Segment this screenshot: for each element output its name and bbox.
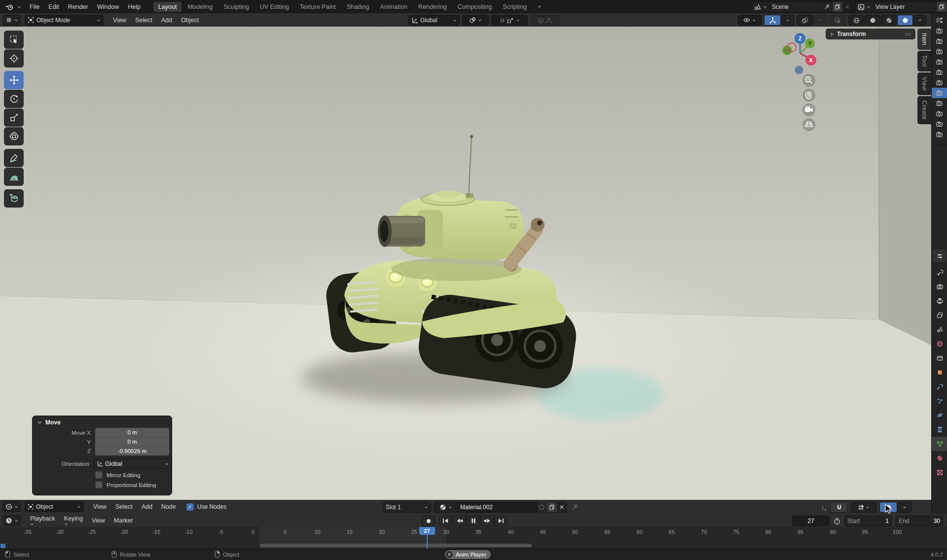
- tool-scale[interactable]: [4, 108, 24, 127]
- new-material-button[interactable]: [547, 502, 557, 513]
- properties-editor-icon[interactable]: [933, 249, 947, 262]
- workspace-tab-layout[interactable]: Layout: [153, 2, 182, 12]
- workspace-tab-texture-paint[interactable]: Texture Paint: [295, 2, 341, 12]
- overlays-dropdown[interactable]: [814, 15, 827, 26]
- playhead-badge[interactable]: 27: [419, 527, 435, 535]
- zoom-button[interactable]: [802, 74, 815, 87]
- properties-tab-collection[interactable]: [932, 351, 947, 365]
- checkbox-unchecked-icon[interactable]: [95, 471, 103, 479]
- move-orientation-dropdown[interactable]: Global: [94, 458, 172, 469]
- pan-button[interactable]: [802, 89, 815, 102]
- outliner-camera-toggle[interactable]: [932, 129, 947, 140]
- frame-end-field[interactable]: End 30: [896, 516, 943, 526]
- editor-type-button[interactable]: [3, 15, 21, 26]
- scene-unlink-button[interactable]: ✕: [843, 1, 852, 12]
- current-frame-field[interactable]: 27: [792, 516, 830, 526]
- transform-panel-header[interactable]: Transform: [826, 29, 915, 39]
- shader-type-dropdown[interactable]: Object: [25, 501, 84, 512]
- outliner-camera-toggle[interactable]: [932, 26, 947, 36]
- topbar-menu-file[interactable]: File: [25, 3, 44, 10]
- anim-player-badge[interactable]: ✕ Anim Player: [445, 550, 491, 559]
- properties-tab-texture[interactable]: [932, 465, 947, 480]
- workspace-tab-uv-editing[interactable]: UV Editing: [255, 2, 294, 12]
- topbar-menu-help[interactable]: Help: [123, 3, 145, 10]
- properties-tab-world[interactable]: [932, 337, 947, 351]
- properties-tab-output[interactable]: [932, 294, 947, 308]
- move-value-field[interactable]: -0.90026 m: [95, 447, 169, 455]
- shader-menu-add[interactable]: Add: [137, 503, 157, 510]
- outliner-camera-toggle[interactable]: [932, 108, 947, 119]
- view-layer-name-field[interactable]: View Layer: [873, 1, 937, 12]
- timeline-menu-playback[interactable]: Playback: [26, 515, 60, 526]
- tool-add-cube[interactable]: [4, 189, 24, 208]
- sidebar-tab-view[interactable]: View: [917, 72, 931, 95]
- view-layer-browse-button[interactable]: [855, 1, 873, 12]
- timeline-menu-keying[interactable]: Keying: [60, 515, 87, 526]
- viewport-3d[interactable]: Z Y X Transform ItemToolViewCreate: [0, 27, 931, 500]
- sidebar-tab-tool[interactable]: Tool: [917, 51, 931, 71]
- tool-rotate[interactable]: [4, 90, 24, 108]
- stopwatch-icon[interactable]: [834, 518, 840, 525]
- show-overlays-toggle[interactable]: [797, 15, 813, 26]
- scene-name-field[interactable]: Scene: [769, 1, 822, 12]
- use-nodes-toggle[interactable]: ✓ Use Nodes: [186, 503, 226, 511]
- outliner-camera-toggle[interactable]: [932, 36, 947, 46]
- add-workspace-button[interactable]: +: [533, 2, 546, 12]
- shader-menu-view[interactable]: View: [89, 503, 111, 510]
- outliner-camera-toggle[interactable]: [932, 88, 947, 98]
- blender-logo-icon[interactable]: [5, 3, 14, 11]
- scene-pin-button[interactable]: [822, 1, 833, 12]
- tool-transform[interactable]: [4, 127, 24, 145]
- shading-rendered-button[interactable]: [897, 15, 913, 26]
- workspace-tab-scripting[interactable]: Scripting: [498, 2, 532, 12]
- shading-dropdown[interactable]: [913, 15, 926, 26]
- topbar-menu-window[interactable]: Window: [93, 3, 123, 10]
- workspace-tab-animation[interactable]: Animation: [375, 2, 413, 12]
- pause-button[interactable]: [467, 516, 480, 526]
- move-value-field[interactable]: 0 m: [95, 428, 169, 437]
- jump-to-start-button[interactable]: [439, 516, 452, 526]
- slot-dropdown[interactable]: Slot 1: [383, 502, 431, 513]
- scene-browse-button[interactable]: [752, 1, 769, 12]
- timeline-menu-marker[interactable]: Marker: [109, 517, 138, 524]
- move-panel-header[interactable]: Move: [33, 416, 172, 428]
- properties-tab-modifiers[interactable]: [932, 380, 947, 394]
- material-name-field[interactable]: Material.002: [458, 502, 537, 513]
- workspace-tab-shading[interactable]: Shading: [342, 2, 374, 12]
- orientation-dropdown[interactable]: Global: [408, 15, 460, 26]
- outliner-camera-toggle[interactable]: [932, 46, 947, 57]
- outliner-camera-toggle[interactable]: [932, 67, 947, 77]
- properties-tab-material[interactable]: [932, 451, 947, 465]
- shading-material-button[interactable]: [881, 15, 897, 26]
- material-browse-button[interactable]: [434, 502, 458, 513]
- viewport-menu-object[interactable]: Object: [177, 17, 203, 24]
- viewport-menu-add[interactable]: Add: [157, 17, 177, 24]
- viewport-menu-view[interactable]: View: [109, 17, 131, 24]
- outliner-camera-toggle[interactable]: [932, 77, 947, 88]
- properties-tab-data[interactable]: [932, 437, 947, 451]
- camera-view-button[interactable]: [802, 104, 815, 116]
- shading-solid-button[interactable]: [865, 15, 880, 26]
- gizmo-dropdown[interactable]: [781, 15, 794, 26]
- sidebar-tab-create[interactable]: Create: [917, 96, 931, 124]
- timeline-scrollbar[interactable]: [260, 544, 532, 547]
- tool-select-box[interactable]: [4, 31, 24, 49]
- frame-start-field[interactable]: Start 1: [844, 516, 892, 526]
- tool-annotate[interactable]: [4, 149, 24, 167]
- next-keyframe-button[interactable]: [480, 516, 494, 526]
- previous-keyframe-button[interactable]: [453, 516, 466, 526]
- parent-icon[interactable]: [821, 504, 827, 511]
- jump-to-end-button[interactable]: [494, 516, 508, 526]
- pivot-point-dropdown[interactable]: [462, 15, 489, 26]
- properties-tab-view-layer[interactable]: [932, 308, 947, 322]
- properties-tab-particles[interactable]: [932, 394, 947, 408]
- snap-toggle[interactable]: [830, 502, 848, 513]
- properties-tab-render[interactable]: [932, 280, 947, 294]
- outliner-camera-toggle[interactable]: [932, 57, 947, 67]
- outliner-camera-toggle[interactable]: [932, 98, 947, 108]
- properties-tab-object[interactable]: [932, 365, 947, 380]
- pin-icon[interactable]: [572, 504, 579, 511]
- xray-toggle[interactable]: [829, 15, 846, 26]
- snapping-controls[interactable]: [491, 15, 528, 26]
- sidebar-tab-item[interactable]: Item: [917, 29, 931, 50]
